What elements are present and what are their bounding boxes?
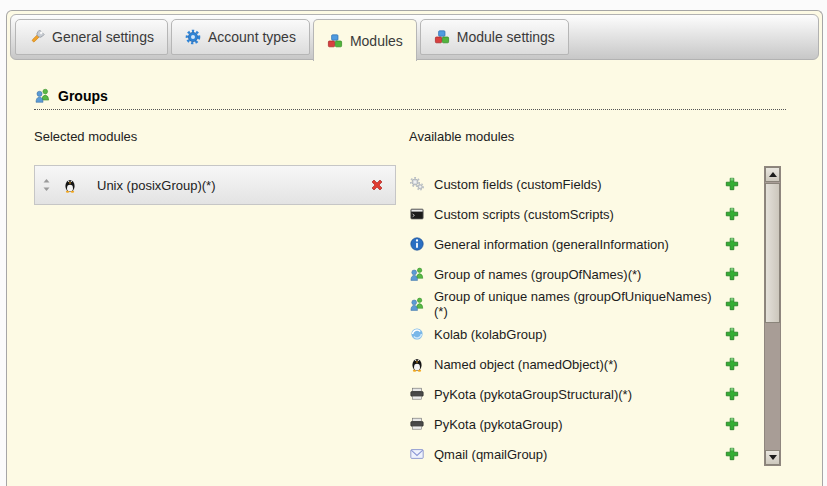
selected-module-label: Unix (posixGroup)(*) [97,178,369,193]
page-title: Groups [58,88,108,104]
scrollbar-thumb[interactable] [765,183,780,323]
module-settings-icon [434,29,450,45]
tab-account-types[interactable]: Account types [171,19,310,55]
mail-icon [409,446,425,462]
available-module-label: PyKota (pykotaGroupStructural)(*) [434,387,724,402]
available-module-row: PyKota (pykotaGroup) [409,409,754,439]
selected-module-row[interactable]: Unix (posixGroup)(*) [34,165,396,205]
add-module-button[interactable] [724,416,740,432]
tab-label: Module settings [457,29,555,45]
add-module-button[interactable] [724,206,740,222]
arrow-down-icon [769,455,777,460]
add-icon [724,206,740,222]
add-icon [724,326,740,342]
tab-label: General settings [52,29,154,45]
available-module-label: Kolab (kolabGroup) [434,327,724,342]
available-module-row: General information (generalInformation) [409,229,754,259]
add-module-button[interactable] [724,296,740,312]
tab-general-settings[interactable]: General settings [15,19,168,55]
tab-bar: General settings Account types Modules [10,14,819,60]
add-module-button[interactable] [724,266,740,282]
available-module-row: Named object (namedObject)(*) [409,349,754,379]
available-module-label: General information (generalInformation) [434,237,724,252]
tab-row: General settings Account types Modules [15,19,569,61]
tux-icon [62,177,78,193]
available-module-label: Named object (namedObject)(*) [434,357,724,372]
tux-icon [409,356,425,372]
module-list-scrollbar[interactable] [764,166,781,466]
available-module-row: Group of unique names (groupOfUniqueName… [409,289,754,319]
tab-modules[interactable]: Modules [313,19,417,61]
scroll-down-button[interactable] [765,450,780,465]
section-header: Groups [34,87,786,110]
account-types-icon [185,29,201,45]
terminal-icon [409,206,425,222]
available-module-row: Custom fields (customFields) [409,169,754,199]
available-module-label: Group of unique names (groupOfUniqueName… [434,289,724,319]
arrow-up-icon [769,172,777,177]
available-module-label: Custom scripts (customScripts) [434,207,724,222]
printer-icon [409,416,425,432]
selected-modules-column: Selected modules Unix (posixGroup)(*) [34,129,396,205]
modules-tab-panel: Groups Selected modules Unix (po [7,59,822,486]
add-icon [724,266,740,282]
tab-label: Modules [350,33,403,49]
available-module-label: PyKota (pykotaGroup) [434,417,724,432]
available-modules-heading: Available modules [409,129,781,145]
add-icon [724,386,740,402]
add-module-button[interactable] [724,446,740,462]
modules-icon [327,33,343,49]
available-module-label: Qmail (qmailGroup) [434,447,724,462]
groups-icon [34,87,51,104]
available-module-label: Group of names (groupOfNames)(*) [434,267,724,282]
add-module-button[interactable] [724,176,740,192]
tab-label: Account types [208,29,296,45]
add-module-button[interactable] [724,356,740,372]
available-modules-list: Custom fields (customFields) [409,169,754,469]
available-module-row: Custom scripts (customScripts) [409,199,754,229]
kolab-icon [409,326,425,342]
add-module-button[interactable] [724,386,740,402]
delete-icon[interactable] [369,177,385,193]
add-icon [724,356,740,372]
printer-icon [409,386,425,402]
available-module-label: Custom fields (customFields) [434,177,724,192]
group-icon [409,266,425,282]
available-module-row: Kolab (kolabGroup) [409,319,754,349]
scroll-up-button[interactable] [765,167,780,182]
add-icon [724,446,740,462]
add-icon [724,236,740,252]
available-modules-column: Available modules Custom fields (c [409,129,781,469]
add-icon [724,416,740,432]
available-module-row: Qmail (qmailGroup) [409,439,754,469]
tab-module-settings[interactable]: Module settings [420,19,569,55]
selected-modules-heading: Selected modules [34,129,396,145]
add-module-button[interactable] [724,236,740,252]
available-module-row: PyKota (pykotaGroupStructural)(*) [409,379,754,409]
add-icon [724,296,740,312]
available-module-row: Group of names (groupOfNames)(*) [409,259,754,289]
add-module-button[interactable] [724,326,740,342]
gears-icon [409,176,425,192]
sort-handle-icon[interactable] [41,178,52,192]
wrench-icon [29,29,45,45]
settings-panel: General settings Account types Modules [6,10,823,486]
group-icon [409,296,425,312]
add-icon [724,176,740,192]
info-icon [409,236,425,252]
